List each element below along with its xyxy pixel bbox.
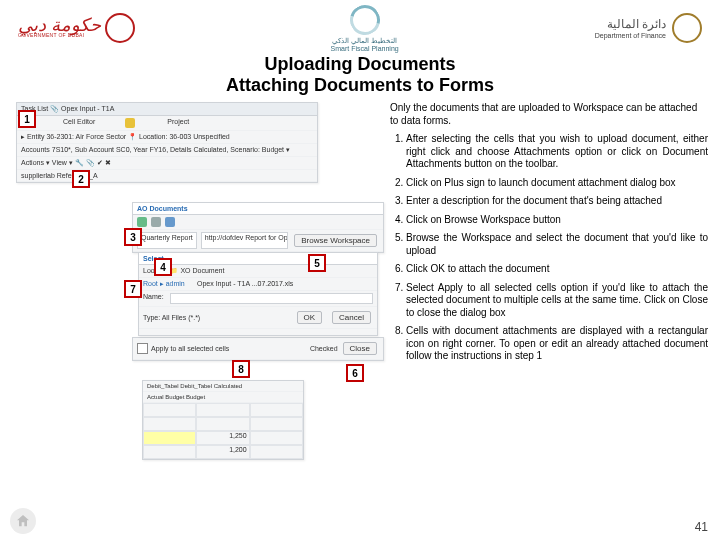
plus-icon (137, 217, 147, 227)
s1-cols: supplierlab Reference_A (17, 170, 317, 182)
s1-accounts: Accounts 7S10*, Sub Account SC0, Year FY… (17, 144, 317, 157)
dof-seal-icon (672, 13, 702, 43)
step-4: Click on Browse Workspace button (406, 214, 708, 227)
brand-dof: دائرة المالية Department of Finance (595, 13, 702, 43)
callout-8: 8 (232, 360, 250, 378)
ok-button: OK (297, 311, 323, 324)
step-7: Select Apply to all selected cells optio… (406, 282, 708, 320)
dubai-seal-icon (105, 13, 135, 43)
minus-icon (151, 217, 161, 227)
brand-center-en: Smart Fiscal Planning (331, 45, 399, 52)
s2-desc-field: Quarterly Report (137, 232, 197, 249)
step-2: Click on Plus sign to launch document at… (406, 177, 708, 190)
brand-center-ar: التخطيط المالي الذكي (331, 37, 399, 45)
s1-toolbar: Actions ▾ View ▾ 🔧 📎 ✔ ✖ (17, 157, 317, 170)
home-button[interactable] (10, 508, 36, 534)
s2-ref-field: http://dofdev Report for Opex Input - T1… (201, 232, 288, 249)
doc-icon (165, 217, 175, 227)
home-icon (15, 513, 31, 529)
apply-all-checkbox-icon (137, 343, 148, 354)
intro-text: Only the documents that are uploaded to … (390, 102, 708, 127)
s4-v1: 1,250 (196, 431, 249, 445)
callout-3: 3 (124, 228, 142, 246)
project-label: Project (167, 118, 189, 128)
s4-grid: 1,250 1,200 (143, 403, 303, 459)
s3-folders: Root ▸ admin (143, 280, 197, 288)
callout-7: 7 (124, 280, 142, 298)
cancel-button: Cancel (332, 311, 371, 324)
s3-name-lbl: Name: (143, 293, 164, 304)
instructions-panel: Only the documents that are uploaded to … (382, 102, 708, 369)
step-6: Click OK to attach the document (406, 263, 708, 276)
checked-label: Checked (310, 345, 338, 352)
screenshot-select: Select Look in: 📁 XO Document Root ▸ adm… (138, 252, 378, 336)
page-number: 41 (695, 520, 708, 534)
page-title-2: Attaching Documents to Forms (0, 75, 720, 96)
callout-5: 5 (308, 254, 326, 272)
callout-6: 6 (346, 364, 364, 382)
s4-h1: Debit_Tabel Debit_Tabel Calculated (143, 381, 303, 392)
page-title-1: Uploading Documents (0, 54, 720, 75)
screenshot-grid-result: Debit_Tabel Debit_Tabel Calculated Actua… (142, 380, 304, 460)
step-1: After selecting the cells that you wish … (406, 133, 708, 171)
project-icon (125, 118, 135, 128)
screenshot-ao-doc-top: AO Documents Quarterly Report http://dof… (132, 202, 384, 253)
s4-h2: Actual Budget Budget (143, 392, 303, 403)
brand-right-ar: دائرة المالية (595, 17, 666, 32)
s3-title: Select (139, 253, 377, 265)
s3-item: Opex Input - T1A ...07.2017.xls (197, 280, 293, 288)
screenshot-composite: Task List 📎 Opex Input - T1A Cell Editor… (12, 102, 382, 369)
s4-v2: 1,200 (196, 445, 249, 459)
s3-name-field (170, 293, 373, 304)
s4-attached-cell (143, 431, 196, 445)
steps-list: After selecting the cells that you wish … (390, 133, 708, 363)
screenshot-ao-doc-bottom: Apply to all selected cells Checked Clos… (132, 337, 384, 361)
close-button: Close (343, 342, 377, 355)
cell-editor-label: Cell Editor (63, 118, 95, 128)
screenshot-form: Task List 📎 Opex Input - T1A Cell Editor… (16, 102, 318, 183)
s3-lookin: Look in: 📁 XO Document (139, 265, 377, 278)
s3-type-lbl: Type: All Files (*.*) (143, 314, 200, 321)
brand-right-en: Department of Finance (595, 32, 666, 39)
callout-4: 4 (154, 258, 172, 276)
step-5: Browse the Workspace and select the docu… (406, 232, 708, 257)
s1-entity: ▸ Entity 36-2301: Air Force Sector 📍 Loc… (17, 131, 317, 144)
callout-2: 2 (72, 170, 90, 188)
brand-smart-fiscal: التخطيط المالي الذكي Smart Fiscal Planni… (331, 5, 399, 52)
step-8: Cells with document attachments are disp… (406, 325, 708, 363)
s2-title: AO Documents (133, 203, 383, 215)
page-header: حكومة دبي GOVERNMENT OF DUBAI التخطيط ال… (0, 0, 720, 50)
brand-left-ar: حكومة دبي (18, 18, 101, 32)
apply-all-label: Apply to all selected cells (151, 345, 229, 352)
callout-1: 1 (18, 110, 36, 128)
brand-dubai-gov: حكومة دبي GOVERNMENT OF DUBAI (18, 13, 135, 43)
ring-icon (344, 0, 385, 40)
step-3: Enter a description for the document tha… (406, 195, 708, 208)
browse-workspace-button: Browse Workspace (294, 234, 377, 247)
